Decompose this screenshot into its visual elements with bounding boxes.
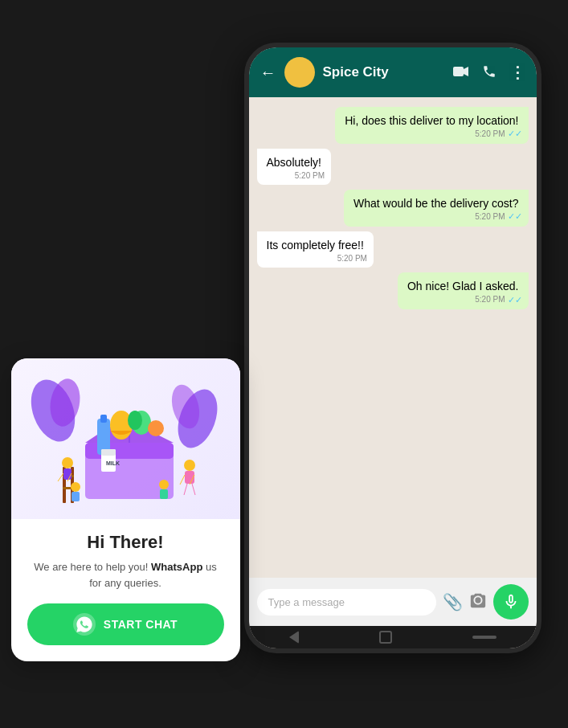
svg-rect-18 — [101, 449, 116, 456]
svg-point-15 — [128, 411, 142, 430]
svg-point-28 — [184, 460, 195, 471]
read-receipt: ✓✓ — [508, 128, 522, 140]
message-time: 5:20 PM — [295, 170, 325, 182]
voice-call-icon[interactable] — [482, 64, 496, 81]
message-text: Oh nice! Glad I asked. — [407, 280, 519, 292]
message-input[interactable]: Type a message — [257, 589, 436, 616]
message-1: Hi, does this deliver to my location! 5:… — [335, 107, 528, 144]
attachment-icon[interactable]: 📎 — [443, 592, 463, 611]
svg-point-24 — [62, 457, 73, 468]
svg-rect-25 — [63, 468, 72, 480]
read-receipt: ✓✓ — [508, 211, 522, 223]
phone-nav-bar — [249, 626, 537, 648]
contact-avatar — [284, 57, 315, 88]
svg-rect-12 — [100, 415, 107, 423]
nav-home[interactable] — [379, 631, 392, 644]
widget-desc-pre: We are here to help you! — [34, 561, 151, 573]
message-text: Absolutely! — [267, 156, 321, 169]
video-call-icon[interactable] — [453, 66, 469, 80]
svg-point-34 — [71, 482, 80, 492]
header-icons: ⋮ — [453, 63, 525, 82]
input-placeholder: Type a message — [268, 596, 345, 608]
contact-name: Spice City — [323, 64, 445, 80]
message-4: Its completely free!! 5:20 PM — [257, 231, 374, 268]
message-input-bar: Type a message 📎 — [249, 578, 537, 626]
message-5: Oh nice! Glad I asked. 5:20 PM ✓✓ — [398, 272, 529, 309]
voice-message-button[interactable] — [493, 584, 529, 620]
svg-rect-35 — [72, 492, 80, 501]
widget-brand: WhatsApp — [151, 561, 202, 573]
svg-line-32 — [184, 484, 187, 495]
svg-line-30 — [180, 475, 185, 485]
message-text: What would be the delivery cost? — [353, 197, 518, 210]
start-chat-button[interactable]: START CHAT — [27, 603, 224, 645]
svg-line-26 — [58, 473, 63, 481]
message-time: 5:20 PM — [337, 253, 367, 264]
svg-point-16 — [148, 420, 164, 436]
message-time: 5:20 PM ✓✓ — [475, 294, 521, 306]
back-button[interactable]: ← — [260, 63, 276, 82]
widget-content: Hi There! We are here to help you! Whats… — [11, 519, 240, 661]
whatsapp-header: ← Spice City — [249, 47, 537, 97]
start-chat-label: START CHAT — [104, 618, 178, 631]
svg-marker-1 — [464, 67, 468, 76]
message-2: Absolutely! 5:20 PM — [257, 149, 331, 186]
more-options-icon[interactable]: ⋮ — [509, 63, 525, 82]
phone-mockup: ← Spice City — [244, 43, 541, 653]
whatsapp-logo-icon — [73, 613, 96, 636]
message-time: 5:20 PM ✓✓ — [475, 211, 521, 223]
widget-illustration: MILK — [11, 358, 240, 519]
chat-area: Hi, does this deliver to my location! 5:… — [249, 97, 537, 578]
nav-back[interactable] — [289, 631, 299, 644]
read-receipt: ✓✓ — [508, 294, 522, 306]
nav-recents[interactable] — [472, 636, 496, 639]
widget-title: Hi There! — [27, 532, 224, 553]
whatsapp-widget-card: MILK — [11, 358, 240, 661]
message-text: Its completely free!! — [267, 239, 364, 252]
svg-rect-0 — [453, 67, 464, 76]
widget-description: We are here to help you! WhatsApp us for… — [27, 559, 224, 591]
svg-text:MILK: MILK — [106, 460, 120, 466]
svg-point-2 — [475, 597, 480, 603]
svg-rect-37 — [160, 489, 168, 499]
svg-line-33 — [192, 484, 195, 495]
svg-point-36 — [159, 480, 169, 489]
message-3: What would be the delivery cost? 5:20 PM… — [344, 190, 528, 227]
message-text: Hi, does this deliver to my location! — [345, 114, 518, 127]
message-time: 5:20 PM ✓✓ — [475, 128, 521, 140]
camera-icon[interactable] — [469, 591, 487, 613]
scene: ← Spice City — [11, 18, 558, 710]
